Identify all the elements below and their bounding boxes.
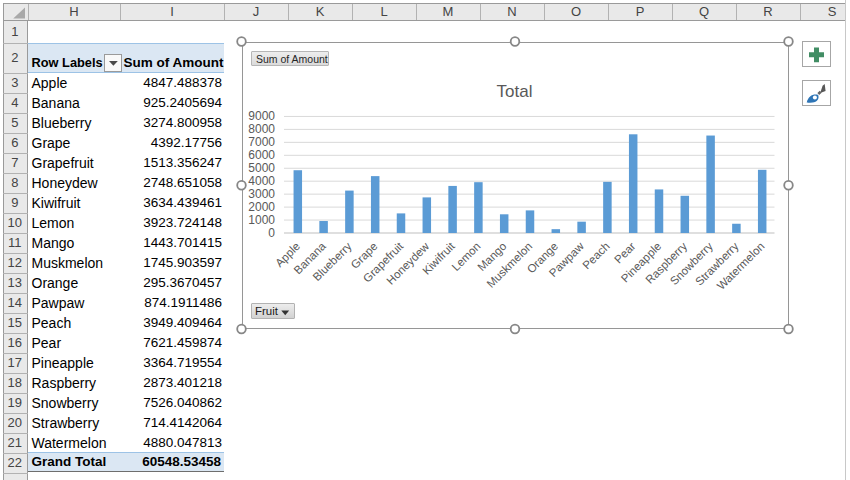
svg-text:3000: 3000 — [248, 187, 275, 201]
svg-text:8000: 8000 — [248, 122, 275, 136]
svg-text:5000: 5000 — [248, 161, 275, 175]
svg-text:4000: 4000 — [248, 174, 275, 188]
svg-text:7000: 7000 — [248, 135, 275, 149]
svg-text:Peach: Peach — [580, 239, 612, 271]
svg-text:0: 0 — [268, 226, 275, 240]
svg-text:Total: Total — [496, 81, 532, 100]
svg-text:9000: 9000 — [248, 109, 275, 123]
svg-text:2000: 2000 — [248, 200, 275, 214]
svg-text:6000: 6000 — [248, 148, 275, 162]
svg-text:1000: 1000 — [248, 213, 275, 227]
